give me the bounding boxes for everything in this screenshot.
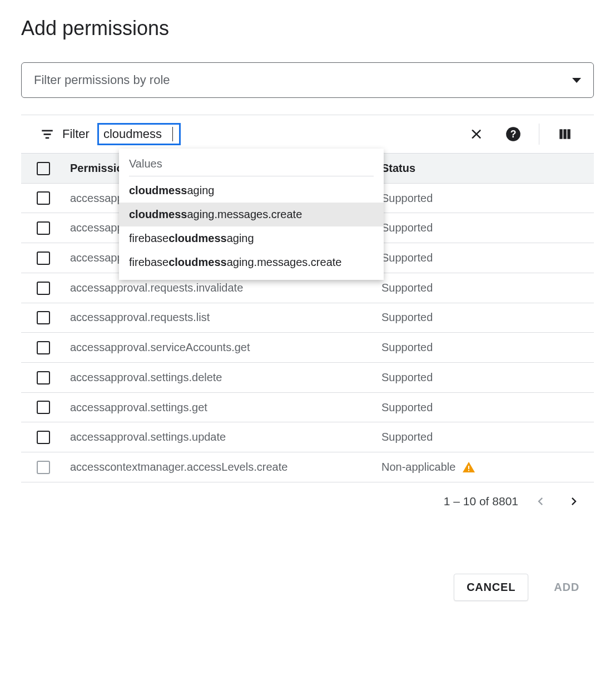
role-filter-placeholder: Filter permissions by role [34,73,170,87]
status-text: Supported [381,221,433,234]
permission-cell: accesscontextmanager.accessLevels.create [66,452,377,482]
warning-icon [462,461,475,474]
status-text: Supported [381,192,433,205]
filter-label: Filter [62,127,90,141]
row-checkbox[interactable] [37,371,50,384]
toolbar-divider [539,124,539,145]
status-text: Supported [381,311,433,324]
suggestion-item[interactable]: firebasecloudmessaging [119,226,384,250]
columns-button[interactable] [554,123,576,145]
status-text: Supported [381,341,433,354]
status-text: Non-applicable [381,461,455,474]
status-text: Supported [381,282,433,294]
pagination: 1 – 10 of 8801 [21,482,594,512]
table-row: accessapproval.settings.deleteSupported [21,363,594,393]
status-text: Supported [381,401,433,414]
svg-text:?: ? [510,129,517,140]
next-page-button[interactable] [563,490,585,512]
row-checkbox[interactable] [37,282,50,295]
filter-input-wrap[interactable] [97,123,181,145]
row-checkbox[interactable] [37,221,50,235]
text-cursor [172,127,173,141]
permission-cell: accessapproval.requests.list [66,303,377,333]
permission-cell: accessapproval.serviceAccounts.get [66,333,377,363]
table-row: accessapproval.requests.listSupported [21,303,594,333]
suggestions-heading: Values [119,153,384,176]
suggestion-item[interactable]: firebasecloudmessaging.messages.create [119,250,384,274]
add-button: ADD [542,574,592,601]
role-filter-dropdown[interactable]: Filter permissions by role [21,62,594,98]
row-checkbox [37,461,50,474]
permission-cell: accessapproval.settings.delete [66,363,377,393]
row-checkbox[interactable] [37,252,50,265]
select-all-checkbox[interactable] [37,162,50,175]
row-checkbox[interactable] [37,191,50,205]
table-row: accessapproval.serviceAccounts.getSuppor… [21,333,594,363]
page-title: Add permissions [21,17,594,40]
help-button[interactable]: ? [502,123,524,145]
row-checkbox[interactable] [37,311,50,324]
caret-down-icon [572,78,581,83]
suggestion-item[interactable]: cloudmessaging [119,179,384,203]
filter-icon [40,127,54,141]
status-text: Supported [381,371,433,384]
status-text: Supported [381,431,433,443]
permission-cell: accessapproval.settings.update [66,422,377,452]
divider [129,176,374,176]
svg-rect-2 [468,466,469,469]
cancel-button[interactable]: CANCEL [454,574,528,601]
filter-suggestions-dropdown: Values cloudmessagingcloudmessaging.mess… [119,149,384,280]
status-text: Supported [381,252,433,264]
table-row: accesscontextmanager.accessLevels.create… [21,452,594,482]
pagination-range: 1 – 10 of 8801 [444,495,518,508]
column-header-status[interactable]: Status [377,154,594,183]
svg-rect-3 [468,470,469,471]
table-row: accessapproval.settings.getSupported [21,392,594,422]
row-checkbox[interactable] [37,341,50,354]
suggestion-item[interactable]: cloudmessaging.messages.create [119,203,384,226]
prev-page-button[interactable] [529,490,552,512]
clear-filter-button[interactable] [465,123,488,145]
table-row: accessapproval.settings.updateSupported [21,422,594,452]
dialog-actions: CANCEL ADD [21,574,594,601]
filter-input[interactable] [102,126,175,142]
row-checkbox[interactable] [37,431,50,444]
permission-cell: accessapproval.settings.get [66,392,377,422]
row-checkbox[interactable] [37,401,50,414]
filter-toolbar: Filter ? Values cloudmessagingcloudmessa… [21,115,594,153]
